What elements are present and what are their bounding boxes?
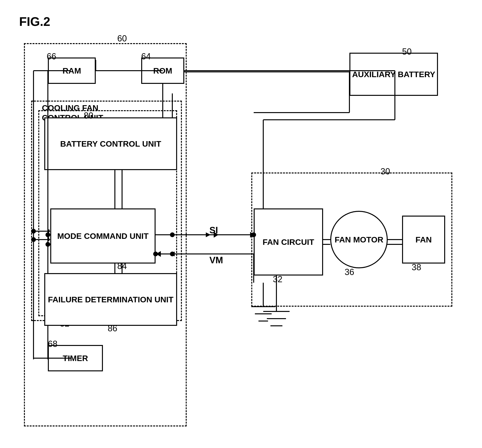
ref-36: 36 <box>345 267 354 277</box>
battery-control-box: BATTERY CONTROL UNIT <box>44 117 177 170</box>
mode-command-box: MODE COMMAND UNIT <box>50 208 155 264</box>
ref-30: 30 <box>381 167 390 176</box>
diagram-container: FIG.2 <box>0 0 482 448</box>
ref-32: 32 <box>273 274 282 284</box>
failure-determination-box: FAILURE DETERMINATION UNIT <box>44 273 177 326</box>
fan-motor-box: FAN MOTOR <box>330 211 388 268</box>
ref-64: 64 <box>141 51 151 62</box>
ref-86: 86 <box>108 323 117 334</box>
ref-60: 60 <box>117 33 127 44</box>
ref-66: 66 <box>47 51 56 62</box>
ref-80: 80 <box>84 111 93 121</box>
ref-38: 38 <box>412 262 421 272</box>
fig-label: FIG.2 <box>19 14 50 29</box>
ref-84: 84 <box>117 261 127 271</box>
ref-68: 68 <box>48 339 57 349</box>
vm-label: VM <box>210 255 223 265</box>
auxiliary-battery-box: AUXILIARY BATTERY <box>350 53 438 96</box>
si-label: SI <box>210 225 218 235</box>
fan-box: FAN <box>402 216 445 264</box>
fan-circuit-box: FAN CIRCUIT <box>254 208 323 275</box>
ref-50: 50 <box>402 47 412 57</box>
